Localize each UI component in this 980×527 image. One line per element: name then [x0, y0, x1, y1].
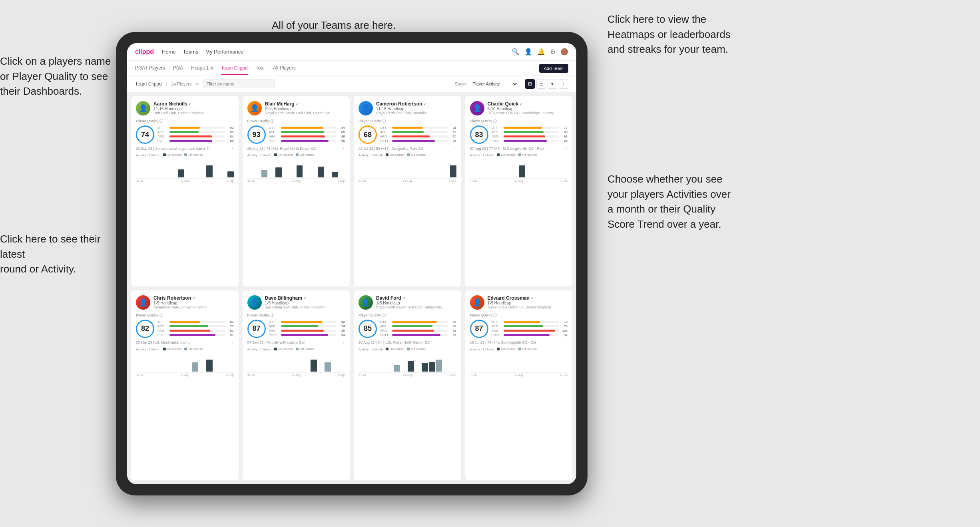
stat-value: 88: [338, 135, 345, 138]
stat-label: OTT: [492, 126, 502, 129]
avatar: 👤: [247, 295, 262, 310]
player-name[interactable]: Charlie Quick ✓: [488, 101, 568, 107]
stat-bar-container: [169, 334, 225, 336]
player-name[interactable]: David Ford ✓: [376, 295, 456, 301]
stat-bar: [281, 325, 318, 327]
score-circle[interactable]: 83: [470, 125, 488, 144]
stat-row: ARG 85: [269, 329, 345, 332]
latest-round[interactable]: 02 Jul 23 | 59 (+17), Craigmillar Park G…: [359, 146, 456, 151]
nav-teams[interactable]: Teams: [183, 47, 198, 56]
chart-dates: 31 Jul21 Aug4 Sep: [247, 179, 345, 182]
latest-round[interactable]: 26 Aug 23 | 84 (+12), Royal North Devon …: [359, 340, 456, 345]
player-card[interactable]: 👤 Charlie Quick ✓ 6-10 Handicap St. Geor…: [465, 96, 573, 286]
player-info: Chris Robertson ✓ 1-5 Handicap Craigmill…: [153, 295, 234, 309]
latest-round[interactable]: 02 Sep 23 | Sunset round to get back int…: [136, 146, 234, 151]
player-name[interactable]: Dave Billingham ✓: [265, 295, 345, 301]
player-card[interactable]: 👤 Aaron Nicholls ✓ 11-15 Handicap Drift …: [131, 96, 239, 286]
player-name[interactable]: Cameron Robertson ✓: [376, 101, 456, 107]
score-circle[interactable]: 87: [247, 320, 266, 338]
player-name[interactable]: Chris Robertson ✓: [153, 295, 234, 301]
score-circle[interactable]: 93: [247, 125, 266, 144]
annotation-latest-round: Click here to see their latestround or A…: [0, 232, 116, 277]
player-handicap: 1-5 Handicap: [376, 301, 456, 305]
player-club: Craigmillar Park, United Kingdom: [153, 305, 234, 309]
sort-icon[interactable]: ↕: [559, 79, 568, 89]
list-view-icon[interactable]: ☰: [536, 79, 546, 89]
player-name[interactable]: Edward Crossman ✓: [488, 295, 568, 301]
subnav-pgat[interactable]: PGAT Players: [135, 62, 165, 75]
player-card[interactable]: 👤 Cameron Robertson ✓ 11-15 Handicap Roy…: [354, 96, 461, 286]
person-icon[interactable]: 👤: [524, 48, 532, 56]
score-circle[interactable]: 68: [359, 125, 377, 144]
player-name[interactable]: Aaron Nicholls ✓: [153, 101, 234, 107]
stat-value: 80: [560, 130, 568, 134]
player-header: 👤 Chris Robertson ✓ 1-5 Handicap Craigmi…: [136, 295, 234, 310]
grid-view-icon[interactable]: ⊞: [525, 79, 535, 89]
stat-label: PUTT: [157, 139, 168, 143]
stat-bar: [169, 140, 212, 142]
latest-round[interactable]: 26 Aug 23 | 73 (+1), Royal North Devon G…: [247, 146, 345, 151]
quality-section: Player Quality ⓘ 68 OTT 61 APP 63 ARG: [359, 119, 456, 144]
latest-round[interactable]: 03 Mar 23 | 19, Must make putting →: [136, 340, 234, 345]
edit-icon[interactable]: ✏: [196, 82, 199, 86]
chart-bar: [450, 165, 456, 177]
player-card[interactable]: 👤 Blair McHarg ✓ Plus Handicap Royal Nor…: [243, 96, 350, 286]
stat-row: OTT 73: [492, 320, 568, 324]
nav-performance[interactable]: My Performance: [205, 47, 243, 56]
player-card[interactable]: 👤 David Ford ✓ 1-5 Handicap Royal North …: [354, 290, 461, 481]
quality-label: Player Quality ⓘ: [359, 119, 456, 124]
stat-value: 79: [560, 324, 568, 328]
search-input[interactable]: [203, 80, 275, 88]
stat-bar-container: [392, 131, 448, 133]
score-circle[interactable]: 82: [136, 320, 154, 338]
stat-value: 58: [227, 130, 234, 134]
quality-section: Player Quality ⓘ 85 OTT 89 APP 80 ARG: [359, 313, 456, 338]
latest-round[interactable]: 04 Sep 23 | Mobility with coach, Gym →: [247, 340, 345, 345]
settings-icon[interactable]: ⚙: [550, 48, 556, 56]
score-circle[interactable]: 85: [359, 320, 377, 338]
latest-round[interactable]: 18 Jul 23 | 74 (+4), Sunningdale GC - Ol…: [470, 340, 568, 345]
latest-round[interactable]: 07 Aug 23 | 77 (+7), St George's Hill GC…: [470, 146, 568, 151]
team-title: Team Clippd: [135, 81, 162, 87]
avatar-icon[interactable]: 🟤: [560, 48, 568, 56]
stat-value: 80: [449, 324, 456, 328]
player-grid: 👤 Aaron Nicholls ✓ 11-15 Handicap Drift …: [127, 92, 576, 484]
chart-bar: [318, 167, 324, 177]
player-card[interactable]: 👤 Dave Billingham ✓ 1-5 Handicap Sag Mai…: [243, 290, 350, 481]
stat-bar: [281, 135, 325, 137]
stat-bar-container: [504, 325, 559, 327]
show-select[interactable]: Player Activity Quality Score Trend: [471, 81, 518, 87]
player-card[interactable]: 👤 Chris Robertson ✓ 1-5 Handicap Craigmi…: [131, 290, 239, 481]
score-circle[interactable]: 87: [470, 320, 488, 338]
quality-label: Player Quality ⓘ: [470, 313, 568, 318]
player-info: Dave Billingham ✓ 1-5 Handicap Sag Maing…: [265, 295, 345, 309]
quality-row: 85 OTT 89 APP 80 ARG 83 P: [359, 320, 456, 338]
player-name[interactable]: Blair McHarg ✓: [265, 101, 345, 107]
stat-bar: [169, 321, 200, 323]
player-card[interactable]: 👤 Edward Crossman ✓ 1-5 Handicap Sunning…: [465, 290, 573, 481]
filter-icon[interactable]: ▼: [548, 79, 557, 89]
subnav-tour[interactable]: Tour: [256, 62, 265, 75]
activity-label: Activity · 1 Month On course Off course: [136, 347, 234, 351]
search-icon[interactable]: 🔍: [512, 48, 520, 56]
chart-area: [247, 353, 345, 373]
subnav-team-clippd[interactable]: Team Clippd: [221, 62, 248, 75]
stat-bar-container: [169, 135, 225, 137]
stat-label: APP: [157, 130, 168, 134]
subnav-all-players[interactable]: All Players: [273, 62, 296, 75]
score-circle[interactable]: 74: [136, 125, 154, 144]
nav-home[interactable]: Home: [162, 47, 176, 56]
add-team-button[interactable]: Add Team: [539, 64, 568, 73]
subnav-pga[interactable]: PGA: [173, 62, 183, 75]
stat-bar-container: [392, 140, 448, 142]
activity-label: Activity · 1 Month On course Off course: [470, 347, 568, 351]
subnav-hcaps[interactable]: Hcaps 1-5: [191, 62, 213, 75]
stat-bar: [169, 334, 215, 336]
stat-bar-container: [392, 127, 448, 129]
bell-icon[interactable]: 🔔: [537, 48, 545, 56]
chart-bar: [275, 167, 282, 177]
annotation-heatmaps: Click here to view theHeatmaps or leader…: [608, 12, 731, 57]
avatar: 👤: [470, 101, 484, 115]
chart-dates: 31 Jul21 Aug4 Sep: [359, 374, 456, 376]
activity-section: Activity · 1 Month On course Off course …: [136, 347, 234, 376]
